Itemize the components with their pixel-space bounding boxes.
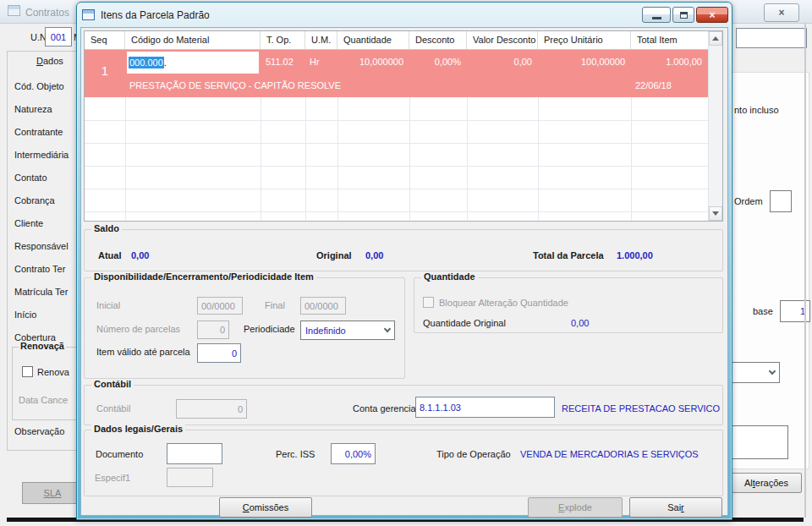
- bloquear-label: Bloquear Alteração Quantidade: [439, 298, 568, 308]
- perc-iss-field[interactable]: 0,00%: [331, 443, 376, 464]
- inicial-label: Inicial: [96, 300, 120, 310]
- contabil-field: 0: [176, 399, 247, 419]
- grid-line: [261, 97, 261, 220]
- contabil-groupbox: Contábil Contábil 0 Conta gerencial 8.1.…: [84, 385, 723, 425]
- saldo-groupbox: Saldo Atual 0,00 Original 0,00 Total da …: [84, 229, 723, 271]
- contratos-window-icon: [8, 5, 20, 16]
- comissoes-button[interactable]: Comissões: [219, 497, 312, 518]
- chevron-down-icon: [384, 325, 391, 331]
- close-icon: ×: [709, 9, 715, 21]
- renova-label: Renova: [37, 367, 69, 377]
- col-um: U.M.: [305, 31, 337, 49]
- conta-gerencial-field[interactable]: 8.1.1.1.03: [415, 397, 555, 418]
- tipo-operacao-value: VENDA DE MERCADORIAS E SERVIÇOS: [520, 449, 699, 459]
- grid-line: [85, 143, 708, 144]
- sidebar-item-contato: Contato: [14, 173, 82, 184]
- quantidade-groupbox: Quantidade Bloquear Alteração Quantidade…: [414, 277, 723, 333]
- conta-gerencial-label: Conta gerencial: [353, 403, 418, 414]
- documento-label: Documento: [96, 449, 143, 459]
- col-seq: Seq: [85, 31, 125, 49]
- grid-line: [85, 211, 708, 212]
- sidebar-item-intermediaria: Intermediária: [14, 150, 82, 162]
- dialog-title: Itens da Parcela Padrão: [101, 9, 210, 21]
- col-top: T. Op.: [261, 31, 305, 49]
- quantidade-title: Quantidade: [421, 271, 478, 282]
- screen: Contratos × U.N. 001 M Dados Cód. Objeto…: [0, 0, 812, 526]
- chevron-down-icon: [769, 367, 776, 374]
- grid-line: [85, 166, 708, 167]
- close-button[interactable]: ×: [696, 7, 728, 23]
- header-right-field[interactable]: [736, 28, 807, 48]
- periodicidade-label: Periodiciade: [244, 324, 295, 334]
- right-textarea[interactable]: [731, 425, 788, 459]
- contabil-title: Contábil: [91, 379, 134, 389]
- maximize-icon: [680, 12, 688, 19]
- minimize-icon: [652, 17, 661, 19]
- sidebar-item-cobranca: Cobrança: [14, 195, 82, 207]
- especif1-label: Especif1: [95, 473, 130, 483]
- ordem-label: Ordem: [734, 196, 763, 206]
- observacao-label: Observação: [14, 426, 64, 436]
- maximize-button[interactable]: [672, 7, 694, 23]
- especif1-field: [167, 468, 213, 487]
- incluso-label: nto incluso: [734, 105, 779, 115]
- close-icon[interactable]: ×: [764, 3, 799, 22]
- table-row[interactable]: 1 000.000. 511.02 Hr 10,000000 0,00% 0,0…: [85, 50, 708, 97]
- grid-line: [125, 97, 126, 220]
- tab-dados[interactable]: Dados: [36, 56, 63, 66]
- col-valor-desconto: Valor Desconto: [467, 31, 538, 49]
- col-quantidade: Quantidade: [337, 31, 409, 49]
- right-combobox[interactable]: [731, 362, 780, 383]
- un-field[interactable]: 001: [45, 27, 72, 47]
- sidebar-item-contratante: Contratante: [14, 127, 82, 139]
- tipo-operacao-label: Tipo de Operação: [436, 449, 511, 459]
- dados-legais-groupbox: Dados legais/Gerais Documento Perc. ISS …: [84, 430, 723, 496]
- minimize-button[interactable]: [642, 7, 671, 23]
- base-label: base: [753, 306, 773, 316]
- explode-button: Explode: [528, 497, 623, 518]
- selected-text: 000.000: [129, 57, 164, 68]
- sair-button[interactable]: Sair: [629, 497, 722, 518]
- cell-descricao: PRESTAÇÃO DE SERVIÇO - CAPITÃO RESOLVE: [129, 74, 341, 97]
- background-window-title: Contratos: [25, 7, 69, 19]
- grid-line: [538, 97, 539, 220]
- item-valido-field[interactable]: 0: [197, 343, 241, 363]
- original-value: 0,00: [365, 250, 383, 260]
- scroll-up-icon[interactable]: [709, 31, 722, 46]
- grid-line: [305, 97, 306, 220]
- col-desconto: Desconto: [409, 31, 467, 49]
- perc-iss-label: Perc. ISS: [276, 449, 315, 459]
- sidebar-item-natureza: Natureza: [14, 104, 82, 116]
- grid-line: [337, 97, 338, 220]
- sla-button: SLA: [22, 482, 83, 504]
- form-icon: [82, 9, 95, 20]
- scroll-down-icon[interactable]: [709, 206, 722, 221]
- items-grid[interactable]: Seq Código do Material T. Op. U.M. Quant…: [84, 30, 723, 222]
- renovacao-title: Renovaçã: [19, 341, 66, 351]
- dialog-titlebar[interactable]: Itens da Parcela Padrão ×: [80, 5, 728, 25]
- bloquear-checkbox: [423, 297, 434, 308]
- cell-total-item: 1.000,00: [631, 50, 702, 74]
- cell-quantidade: 10,000000: [337, 50, 403, 74]
- cell-preco-unitario: 100,00000: [538, 50, 625, 74]
- grid-scrollbar[interactable]: [708, 31, 722, 221]
- sidebar-item-responsavel: Responsável: [14, 241, 82, 253]
- total-parcela-value: 1.000,00: [617, 250, 653, 260]
- col-codigo: Código do Material: [125, 31, 261, 49]
- inicial-field: 00/0000: [197, 297, 243, 315]
- num-parcelas-field: 0: [197, 321, 229, 339]
- periodicidade-combobox[interactable]: Indefinido: [300, 321, 395, 340]
- disponibilidade-title: Disponibilidade/Encerramento/Periodicida…: [91, 271, 316, 282]
- cell-top: 511.02: [266, 50, 294, 74]
- sidebar-item-contrato-ter: Contrato Ter: [14, 264, 82, 276]
- documento-field[interactable]: [167, 443, 222, 464]
- alteracoes-button[interactable]: Alterações: [731, 473, 802, 493]
- renova-checkbox[interactable]: [22, 366, 33, 377]
- item-valido-label: Item válido até parcela: [96, 347, 190, 357]
- cell-valor-desconto: 0,00: [467, 50, 532, 74]
- grid-line: [467, 97, 468, 220]
- codigo-material-input[interactable]: 000.000.: [127, 52, 259, 74]
- right-panel: [731, 72, 809, 469]
- grid-line: [409, 97, 410, 220]
- ordem-field[interactable]: [770, 190, 792, 212]
